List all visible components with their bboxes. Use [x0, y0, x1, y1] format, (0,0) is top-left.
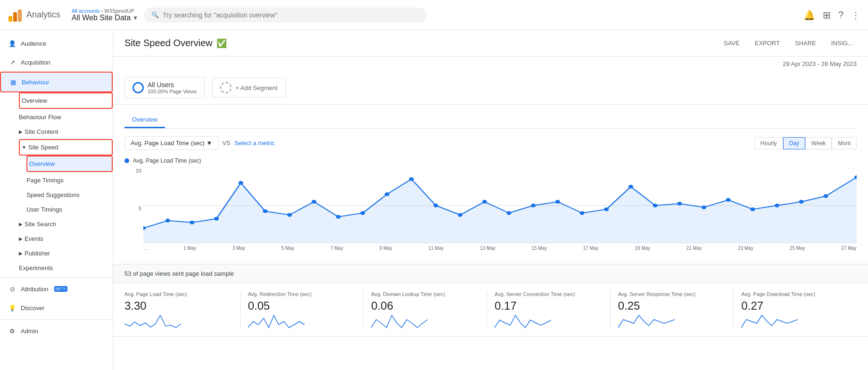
x-label-21may: 21 May — [686, 246, 702, 251]
sidebar-item-admin[interactable]: ⚙ Admin — [0, 321, 113, 340]
svg-point-20 — [482, 200, 487, 204]
sidebar-item-attribution[interactable]: ⊙ Attribution BETA — [0, 280, 113, 298]
chart-legend: Avg. Page Load Time (sec) — [124, 157, 857, 164]
sidebar-item-user-timings[interactable]: User Timings — [26, 202, 113, 217]
save-button[interactable]: SAVE — [720, 38, 744, 49]
svg-rect-1 — [13, 12, 17, 22]
svg-point-26 — [628, 185, 633, 189]
sidebar-item-behaviour[interactable]: ▦ Behaviour — [0, 72, 113, 92]
tab-overview[interactable]: Overview — [124, 112, 165, 128]
sidebar-label-behaviour-flow: Behaviour Flow — [19, 114, 61, 121]
svg-point-8 — [190, 221, 194, 224]
sidebar-item-behaviour-flow[interactable]: Behaviour Flow — [19, 110, 113, 124]
svg-point-19 — [458, 213, 463, 217]
sidebar-label-attribution: Attribution — [21, 286, 49, 293]
breadcrumb-account: W3SpeedUP — [104, 8, 134, 14]
discover-icon: 💡 — [8, 303, 17, 312]
sidebar-label-publisher: Publisher — [25, 250, 50, 257]
help-icon[interactable]: ? — [838, 9, 843, 20]
metric-sparkline-domain-lookup — [371, 314, 479, 329]
main-layout: 👤 Audience ↗ Acquisition ▦ Behaviour Ove… — [0, 30, 868, 370]
metric-card-server-response: Avg. Server Response Time (sec) 0.25 — [611, 291, 734, 329]
share-button[interactable]: SHARE — [791, 38, 820, 49]
sidebar-item-site-speed[interactable]: ▼ Site Speed — [19, 139, 113, 156]
metric-dropdown[interactable]: Avg. Page Load Time (sec) ▼ — [124, 136, 218, 150]
time-btn-week[interactable]: Week — [805, 137, 832, 149]
svg-point-7 — [165, 219, 170, 222]
metric-value-server-connection: 0.17 — [495, 299, 603, 312]
time-btn-hourly[interactable]: Hourly — [754, 137, 783, 149]
breadcrumb-parent-link[interactable]: All accounts — [72, 8, 99, 14]
sidebar-item-publisher[interactable]: ▶ Publisher — [19, 246, 113, 261]
sidebar-divider-2 — [0, 319, 113, 320]
behaviour-icon: ▦ — [8, 77, 18, 87]
metric-value-domain-lookup: 0.06 — [371, 299, 479, 312]
notifications-icon[interactable]: 🔔 — [803, 9, 815, 21]
sidebar-label-discover: Discover — [21, 304, 45, 312]
chart-y-axis: 10 5 — [124, 168, 143, 243]
sidebar-item-audience[interactable]: 👤 Audience — [0, 34, 113, 53]
metric-sparkline-page-download — [741, 314, 849, 329]
sidebar-label-speed-suggestions: Speed Suggestions — [26, 191, 80, 198]
svg-point-25 — [604, 207, 609, 211]
y-axis-mid: 5 — [139, 206, 141, 211]
insights-button[interactable]: INSIG... — [827, 38, 857, 49]
metric-label-redirection: Avg. Redirection Time (sec) — [248, 291, 356, 297]
time-btn-day[interactable]: Day — [783, 137, 805, 149]
svg-point-16 — [385, 192, 389, 196]
attribution-icon: ⊙ — [8, 284, 17, 294]
sidebar-item-acquisition[interactable]: ↗ Acquisition — [0, 53, 113, 72]
search-bar[interactable]: 🔍 — [144, 8, 427, 23]
add-segment-label: + Add Segment — [235, 84, 277, 91]
header-actions: SAVE EXPORT SHARE INSIG... — [720, 38, 857, 49]
sidebar-item-experiments[interactable]: Experiments — [19, 261, 113, 275]
acquisition-icon: ↗ — [8, 58, 17, 67]
x-label-17may: 17 May — [583, 246, 599, 251]
sidebar-divider-1 — [0, 277, 113, 278]
segment-add[interactable]: + Add Segment — [212, 78, 285, 98]
search-icon: 🔍 — [151, 11, 159, 18]
select-metric-link[interactable]: Select a metric — [234, 140, 275, 147]
sidebar-item-site-content[interactable]: ▶ Site Content — [19, 124, 113, 139]
property-selector[interactable]: All Web Site Data ▼ — [72, 14, 138, 22]
sidebar-label-site-speed: Site Speed — [28, 144, 58, 151]
svg-point-15 — [360, 211, 365, 215]
sidebar-item-site-search[interactable]: ▶ Site Search — [19, 217, 113, 231]
svg-point-12 — [287, 213, 292, 217]
sidebar-behaviour-sub: Overview Behaviour Flow ▶ Site Content ▼… — [0, 92, 113, 275]
x-label-25may: 25 May — [790, 246, 805, 251]
metric-sparkline-redirection — [248, 314, 356, 329]
metric-value-page-load: 3.30 — [124, 299, 232, 312]
content-header: Site Speed Overview ✅ SAVE EXPORT SHARE … — [113, 30, 868, 57]
sidebar-label-page-timings: Page Timings — [26, 177, 64, 184]
logo: Analytics — [8, 8, 60, 23]
sidebar-item-speed-overview[interactable]: Overview — [26, 156, 113, 172]
svg-point-32 — [775, 204, 779, 207]
svg-point-9 — [214, 217, 219, 221]
search-input[interactable] — [163, 11, 419, 19]
segment-all-users[interactable]: All Users 100.00% Page Views — [124, 77, 205, 99]
metric-card-server-connection: Avg. Server Connection Time (sec) 0.17 — [487, 291, 611, 329]
export-button[interactable]: EXPORT — [751, 38, 784, 49]
breadcrumb-top: All accounts › W3SpeedUP — [72, 8, 138, 14]
chart-section: Overview Avg. Page Load Time (sec) ▼ VS … — [113, 105, 868, 264]
x-label-3may: 3 May — [232, 246, 245, 251]
sidebar-item-behaviour-overview[interactable]: Overview — [19, 92, 113, 109]
sidebar-label-events: Events — [25, 235, 43, 242]
vs-text: VS — [222, 140, 230, 147]
sidebar-item-events[interactable]: ▶ Events — [19, 231, 113, 246]
svg-point-13 — [312, 200, 316, 204]
breadcrumb: All accounts › W3SpeedUP All Web Site Da… — [72, 8, 138, 22]
expand-icon-site-speed: ▼ — [22, 145, 26, 150]
legend-dot-icon — [124, 158, 129, 163]
more-options-icon[interactable]: ⋮ — [851, 9, 860, 21]
sidebar-item-discover[interactable]: 💡 Discover — [0, 298, 113, 317]
sidebar-item-speed-suggestions[interactable]: Speed Suggestions — [26, 188, 113, 202]
time-btn-month[interactable]: Mont — [832, 137, 857, 149]
svg-point-27 — [653, 204, 658, 207]
sidebar-item-page-timings[interactable]: Page Timings — [26, 173, 113, 188]
sidebar-label-admin: Admin — [21, 328, 38, 335]
apps-icon[interactable]: ⊞ — [823, 9, 831, 21]
svg-point-30 — [726, 198, 731, 202]
metric-sparkline-page-load — [124, 314, 232, 329]
